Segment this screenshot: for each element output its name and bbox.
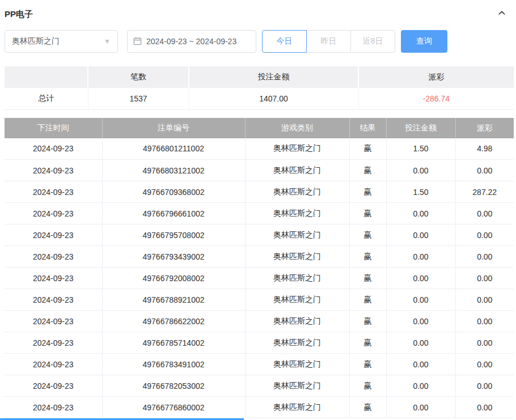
table-cell: 2024-09-23 [5, 332, 102, 354]
column-header: 投注金额 [386, 118, 455, 138]
table-cell: 赢 [349, 160, 386, 181]
summary-table: 笔数 投注金额 派彩 总计 1537 1407.00 -286.74 [5, 66, 514, 110]
table-cell: 奥林匹斯之门 [245, 354, 349, 375]
orders-table-body: 2024-09-2349766801211002奥林匹斯之门赢1.504.982… [5, 138, 514, 418]
summary-header-empty [5, 66, 88, 88]
table-row: 2024-09-2349766795708002奥林匹斯之门赢0.000.00 [5, 224, 514, 246]
table-row: 2024-09-2349766776860002奥林匹斯之门赢0.000.00 [5, 397, 514, 418]
table-cell: 2024-09-23 [5, 375, 102, 397]
table-cell: 赢 [349, 246, 386, 268]
table-cell: 0.00 [386, 354, 455, 375]
yesterday-button[interactable]: 昨日 [306, 30, 351, 53]
table-cell: 287.22 [455, 181, 514, 203]
table-cell: 2024-09-23 [5, 160, 102, 181]
orders-table: 下注时间注单编号游戏类别结果投注金额派彩 2024-09-23497668012… [5, 118, 514, 419]
table-cell: 2024-09-23 [5, 181, 102, 203]
table-cell: 0.00 [455, 246, 514, 268]
chevron-down-icon: ▼ [104, 37, 111, 45]
table-cell: 0.00 [455, 375, 514, 397]
quick-date-button-group: 今日 昨日 近8日 [262, 30, 395, 53]
table-row: 2024-09-2349766782053002奥林匹斯之门赢0.000.00 [5, 375, 514, 397]
column-header: 下注时间 [5, 118, 102, 138]
table-cell: 奥林匹斯之门 [245, 289, 349, 311]
table-cell: 49766786622002 [102, 311, 245, 332]
column-header: 游戏类别 [245, 118, 349, 138]
table-cell: 49766783491002 [102, 354, 245, 375]
game-select-value: 奥林匹斯之门 [12, 36, 60, 46]
table-cell: 奥林匹斯之门 [245, 181, 349, 203]
table-cell: 0.00 [455, 203, 514, 224]
summary-total-payout: -286.74 [358, 88, 514, 109]
table-cell: 49766785714002 [102, 332, 245, 354]
table-cell: 赢 [349, 332, 386, 354]
table-cell: 0.00 [386, 375, 455, 397]
summary-header-count: 笔数 [88, 66, 189, 88]
table-cell: 0.00 [455, 160, 514, 181]
table-cell: 49766795708002 [102, 224, 245, 246]
last-8-days-button[interactable]: 近8日 [350, 30, 395, 53]
table-cell: 0.00 [455, 289, 514, 311]
orders-table-head-row: 下注时间注单编号游戏类别结果投注金额派彩 [5, 118, 514, 138]
table-cell: 赢 [349, 203, 386, 224]
table-cell: 赢 [349, 289, 386, 311]
table-cell: 赢 [349, 268, 386, 289]
table-row: 2024-09-2349766709368002奥林匹斯之门赢1.50287.2… [5, 181, 514, 203]
table-row: 2024-09-2349766785714002奥林匹斯之门赢0.000.00 [5, 332, 514, 354]
table-cell: 赢 [349, 181, 386, 203]
table-row: 2024-09-2349766783491002奥林匹斯之门赢0.000.00 [5, 354, 514, 375]
table-row: 2024-09-2349766793439002奥林匹斯之门赢0.000.00 [5, 246, 514, 268]
table-cell: 2024-09-23 [5, 289, 102, 311]
table-cell: 奥林匹斯之门 [245, 203, 349, 224]
page-title: PP电子 [5, 9, 33, 20]
search-button[interactable]: 查询 [401, 30, 447, 53]
summary-header-payout: 派彩 [358, 66, 514, 88]
table-row: 2024-09-2349766796661002奥林匹斯之门赢0.000.00 [5, 203, 514, 224]
table-cell: 49766782053002 [102, 375, 245, 397]
table-cell: 奥林匹斯之门 [245, 138, 349, 160]
table-row: 2024-09-2349766786622002奥林匹斯之门赢0.000.00 [5, 311, 514, 332]
table-cell: 2024-09-23 [5, 203, 102, 224]
table-cell: 奥林匹斯之门 [245, 311, 349, 332]
column-header: 注单编号 [102, 118, 245, 138]
table-cell: 赢 [349, 375, 386, 397]
table-cell: 奥林匹斯之门 [245, 268, 349, 289]
column-header: 派彩 [455, 118, 514, 138]
table-row: 2024-09-2349766801211002奥林匹斯之门赢1.504.98 [5, 138, 514, 160]
table-cell: 1.50 [386, 181, 455, 203]
table-cell: 0.00 [455, 332, 514, 354]
table-cell: 49766796661002 [102, 203, 245, 224]
collapse-panel-button[interactable] [496, 8, 508, 20]
date-range-value: 2024-09-23 ~ 2024-09-23 [146, 37, 236, 46]
panel-header: PP电子 [0, 0, 516, 20]
table-cell: 奥林匹斯之门 [245, 375, 349, 397]
table-cell: 1.50 [386, 138, 455, 160]
table-cell: 0.00 [386, 160, 455, 181]
table-cell: 0.00 [386, 332, 455, 354]
table-cell: 2024-09-23 [5, 268, 102, 289]
game-select[interactable]: 奥林匹斯之门 ▼ [5, 30, 118, 53]
summary-total-row: 总计 1537 1407.00 -286.74 [5, 88, 514, 109]
table-cell: 49766793439002 [102, 246, 245, 268]
summary-total-label: 总计 [5, 88, 88, 109]
pp-electronic-panel: PP电子 奥林匹斯之门 ▼ 2024-09-23 ~ [0, 0, 516, 420]
table-cell: 49766803121002 [102, 160, 245, 181]
table-cell: 0.00 [455, 268, 514, 289]
table-cell: 0.00 [386, 397, 455, 418]
table-cell: 0.00 [386, 311, 455, 332]
table-cell: 49766709368002 [102, 181, 245, 203]
table-row: 2024-09-2349766792008002奥林匹斯之门赢0.000.00 [5, 268, 514, 289]
table-cell: 赢 [349, 397, 386, 418]
today-button[interactable]: 今日 [262, 30, 307, 53]
table-row: 2024-09-2349766788921002奥林匹斯之门赢0.000.00 [5, 289, 514, 311]
table-cell: 49766792008002 [102, 268, 245, 289]
table-cell: 0.00 [455, 354, 514, 375]
table-cell: 奥林匹斯之门 [245, 246, 349, 268]
date-range-input[interactable]: 2024-09-23 ~ 2024-09-23 [127, 30, 256, 53]
table-cell: 奥林匹斯之门 [245, 160, 349, 181]
table-cell: 2024-09-23 [5, 246, 102, 268]
table-cell: 49766776860002 [102, 397, 245, 418]
column-header: 结果 [349, 118, 386, 138]
summary-total-bet-amount: 1407.00 [189, 88, 358, 109]
table-cell: 2024-09-23 [5, 138, 102, 160]
table-cell: 0.00 [455, 224, 514, 246]
